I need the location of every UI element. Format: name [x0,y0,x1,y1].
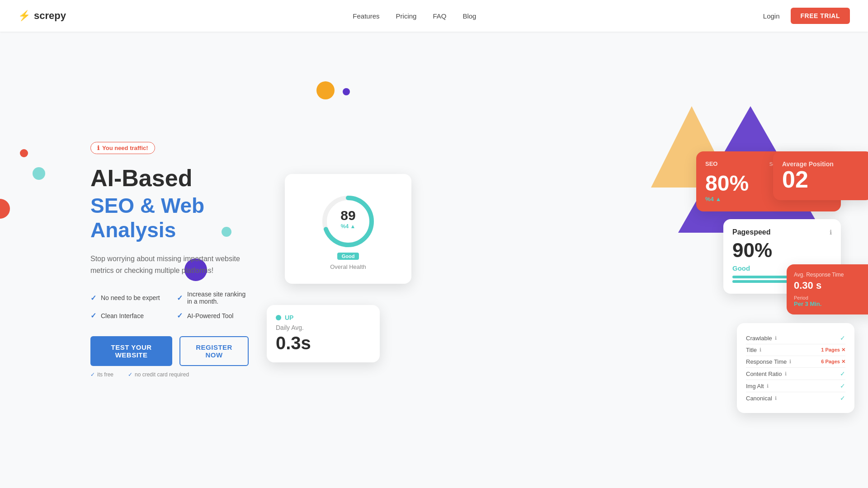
hero-description: Stop worrying about missing important we… [90,253,249,276]
login-link[interactable]: Login [763,12,780,20]
sub-label-no-card: ✓ no credit card required [128,371,189,378]
response-label: Response Time [746,358,787,365]
check-response-name: Response Time ℹ [746,358,791,365]
overall-health-label: Overal Health [330,263,366,270]
hero-buttons: TEST YOUR WEBSITE REGISTER NOW [90,336,249,366]
check-img-alt: Img Alt ℹ ✓ [746,380,845,392]
dot-purple-small [343,88,350,95]
pagespeed-header: Pagespeed ℹ [732,228,832,236]
canonical-label: Canonical [746,395,772,402]
response-info-icon: ℹ [789,359,791,365]
check-canonical: Canonical ℹ ✓ [746,392,845,404]
sub-label-free: ✓ its free [90,371,113,378]
feature-increase-ranking: ✓ Increase site ranking in a month. [177,291,249,305]
nav-features[interactable]: Features [353,12,379,20]
hero-title-line2: SEO & Web Analysis [90,193,249,242]
content-label: Content Ratio [746,371,782,377]
pagespeed-title: Pagespeed [732,228,770,236]
canonical-status: ✓ [840,394,845,402]
hero-right: SEO Sep 22, 2020 - Oct 22, 2020 80% %4 ▲… [249,106,868,413]
seo-change-text: %4 ▲ [705,196,721,202]
feature-clean-interface: ✓ Clean Interface [90,311,162,320]
badge-text: You need traffic! [102,145,148,151]
imgalt-status: ✓ [840,382,845,389]
hero-features: ✓ No need to be expert ✓ Increase site r… [90,291,249,320]
feature-ai-powered: ✓ AI-Powered Tool [177,311,249,320]
check-canonical-name: Canonical ℹ [746,395,777,402]
check-icon-2: ✓ [177,294,183,302]
avg-position-value: 02 [782,168,863,191]
info-icon: ℹ [97,145,99,151]
check-crawlable-name: Crawlable ℹ [746,335,777,342]
crawlable-status: ✓ [840,334,845,342]
nav-pricing[interactable]: Pricing [396,12,417,20]
title-status: 1 Pages ✕ [821,347,845,353]
logo-text: screpy [34,10,66,22]
dot-orange [316,81,335,99]
check-icon-4: ✓ [177,311,183,320]
test-website-button[interactable]: TEST YOUR WEBSITE [90,336,172,366]
health-change-text: %4 ▲ [341,223,356,230]
tick-icon-2: ✓ [128,371,132,378]
period-value: Per 3 Min. [794,300,868,307]
hero-badge: ℹ You need traffic! [90,142,155,154]
status-dot [276,315,281,320]
health-circle-container: 89 %4 ▲ Good Overal Health [294,183,402,275]
hero-section: ℹ You need traffic! AI-Based SEO & Web A… [0,0,868,488]
feature-no-expert: ✓ No need to be expert [90,291,162,305]
tick-icon-1: ✓ [90,371,95,378]
navbar: ⚡ screpy Features Pricing FAQ Blog Login… [0,0,868,32]
title-info-icon: ℹ [760,347,761,353]
seo-label: SEO [705,160,717,167]
checks-card: Crawlable ℹ ✓ Title ℹ 1 Pages ✕ Response… [737,323,854,413]
feature-label-3: Clean Interface [101,312,144,319]
nav-right: Login FREE TRIAL [763,8,850,24]
health-good-badge: Good [337,253,359,260]
hero-content: ℹ You need traffic! AI-Based SEO & Web A… [0,115,249,405]
crawlable-info-icon: ℹ [775,335,777,341]
hero-sub-labels: ✓ its free ✓ no credit card required [90,371,249,378]
nav-blog[interactable]: Blog [462,12,476,20]
nav-links: Features Pricing FAQ Blog [353,12,476,20]
response-time-card: Avg. Response Time 0.30 s Period Per 3 M… [787,264,868,314]
daily-value: 0.3s [276,333,371,353]
canonical-info-icon: ℹ [775,395,777,401]
period-label: Period [794,295,868,300]
feature-label-4: AI-Powered Tool [187,312,233,319]
pagespeed-info-icon: ℹ [830,229,832,236]
daily-avg-card: UP Daily Avg. 0.3s [267,305,380,362]
daily-label: Daily Avg. [276,324,371,331]
logo-link[interactable]: ⚡ screpy [18,10,66,22]
sub-label-no-card-text: no credit card required [135,371,189,378]
feature-label-2: Increase site ranking in a month. [187,291,249,305]
check-icon-1: ✓ [90,294,96,302]
nav-faq[interactable]: FAQ [433,12,446,20]
content-info-icon: ℹ [785,371,787,377]
imgalt-info-icon: ℹ [767,383,769,389]
response-status: 6 Pages ✕ [821,359,845,365]
check-title: Title ℹ 1 Pages ✕ [746,344,845,356]
register-now-button[interactable]: REGISTER NOW [179,336,249,366]
health-score-text: 89 [340,208,355,223]
check-icon-3: ✓ [90,311,96,320]
health-card: 89 %4 ▲ Good Overal Health [285,174,411,284]
check-content-name: Content Ratio ℹ [746,371,787,377]
response-avg-label: Avg. Response Time [794,272,868,278]
crawlable-label: Crawlable [746,335,772,342]
daily-status: UP [276,314,371,321]
check-imgalt-name: Img Alt ℹ [746,383,769,389]
check-crawlable: Crawlable ℹ ✓ [746,332,845,344]
imgalt-label: Img Alt [746,383,764,389]
free-trial-button[interactable]: FREE TRIAL [791,8,850,24]
avg-position-card: Average Position 02 [773,151,868,200]
check-content-ratio: Content Ratio ℹ ✓ [746,368,845,380]
check-response-time: Response Time ℹ 6 Pages ✕ [746,356,845,368]
title-label: Title [746,347,757,353]
check-title-name: Title ℹ [746,347,761,353]
hero-title-line1: AI-Based [90,165,249,192]
sub-label-free-text: its free [97,371,113,378]
health-circle-chart: 89 %4 ▲ [319,192,377,251]
response-value: 0.30 s [794,280,868,291]
feature-label-1: No need to be expert [101,294,160,301]
status-up-text: UP [285,314,293,321]
